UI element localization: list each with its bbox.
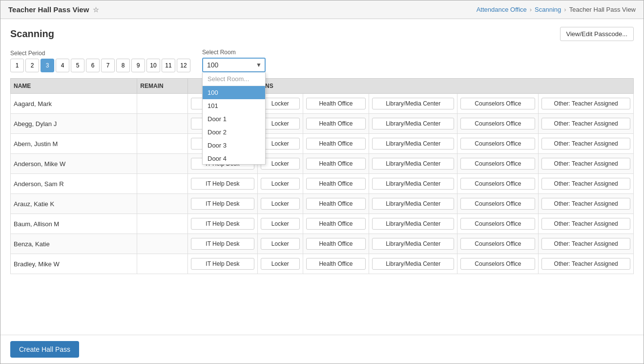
health-office-button[interactable]: Health Office [306, 158, 366, 170]
other-teacher-button[interactable]: Other: Teacher Assigned [541, 118, 630, 129]
library-media-button[interactable]: Library/Media Center [372, 158, 455, 170]
counselors-office-button[interactable]: Counselors Office [460, 198, 535, 210]
library-media-button[interactable]: Library/Media Center [372, 138, 455, 150]
table-row: Abern, Justin MIT Help DeskLockerHealth … [11, 134, 634, 154]
room-select-wrapper: 100 101 Door 1 Door 2 Door 3 Door 4 ▼ [202, 58, 266, 72]
health-office-cell: Health Office [303, 194, 369, 214]
period-btn-1[interactable]: 1 [10, 59, 24, 72]
library-media-button[interactable]: Library/Media Center [372, 258, 455, 270]
period-buttons: 1 2 3 4 5 6 7 8 9 10 11 12 [10, 59, 190, 72]
breadcrumb-item-attendance[interactable]: Attendance Office [477, 6, 527, 13]
health-office-button[interactable]: Health Office [306, 178, 366, 190]
other-teacher-button[interactable]: Other: Teacher Assigned [541, 158, 630, 170]
library-media-button[interactable]: Library/Media Center [372, 218, 455, 230]
period-btn-12[interactable]: 12 [177, 59, 190, 72]
period-btn-3[interactable]: 3 [41, 59, 54, 72]
breadcrumb-item-scanning[interactable]: Scanning [535, 6, 561, 13]
health-office-button[interactable]: Health Office [306, 118, 366, 129]
period-btn-5[interactable]: 5 [71, 59, 84, 72]
dropdown-item-door3[interactable]: Door 3 [203, 139, 265, 152]
other-teacher-button[interactable]: Other: Teacher Assigned [541, 98, 630, 109]
period-btn-6[interactable]: 6 [86, 59, 100, 72]
period-btn-8[interactable]: 8 [116, 59, 130, 72]
breadcrumb: Attendance Office › Scanning › Teacher H… [477, 6, 636, 13]
student-name: Abegg, Dylan J [11, 114, 137, 134]
library-media-cell: Library/Media Center [369, 94, 457, 114]
it-help-desk-button[interactable]: IT Help Desk [191, 258, 254, 270]
health-office-button[interactable]: Health Office [306, 218, 366, 230]
health-office-button[interactable]: Health Office [306, 238, 366, 250]
counselors-office-cell: Counselors Office [457, 134, 539, 154]
remain-cell [137, 114, 188, 134]
remain-cell [137, 254, 188, 274]
room-select[interactable]: 100 101 Door 1 Door 2 Door 3 Door 4 [202, 58, 266, 72]
other-teacher-button[interactable]: Other: Teacher Assigned [541, 238, 630, 250]
library-media-cell: Library/Media Center [369, 234, 457, 254]
it-help-desk-button[interactable]: IT Help Desk [191, 218, 254, 230]
library-media-button[interactable]: Library/Media Center [372, 238, 455, 250]
locker-button[interactable]: Locker [261, 118, 300, 129]
counselors-office-button[interactable]: Counselors Office [460, 158, 535, 170]
view-edit-passcode-button[interactable]: View/Edit Passcode... [560, 27, 634, 41]
table-row: Aagard, MarkIT Help DeskLockerHealth Off… [11, 94, 634, 114]
dropdown-item-door2[interactable]: Door 2 [203, 126, 265, 139]
period-btn-10[interactable]: 10 [146, 59, 160, 72]
period-btn-11[interactable]: 11 [162, 59, 175, 72]
locker-button[interactable]: Locker [261, 178, 300, 190]
col-header-remain: REMAIN [137, 79, 188, 94]
locker-button[interactable]: Locker [261, 158, 300, 170]
counselors-office-button[interactable]: Counselors Office [460, 258, 535, 270]
other-teacher-button[interactable]: Other: Teacher Assigned [541, 178, 630, 190]
other-teacher-cell: Other: Teacher Assigned [539, 194, 634, 214]
health-office-button[interactable]: Health Office [306, 98, 366, 109]
health-office-button[interactable]: Health Office [306, 198, 366, 210]
dropdown-item-100[interactable]: 100 [203, 86, 265, 99]
remain-cell [137, 94, 188, 114]
student-name: Bradley, Mike W [11, 254, 137, 274]
breadcrumb-sep-1: › [530, 6, 532, 13]
locker-button[interactable]: Locker [261, 98, 300, 109]
period-select-label: Select Period [10, 50, 190, 57]
health-office-cell: Health Office [303, 254, 369, 274]
dropdown-placeholder: Select Room... [203, 72, 265, 86]
counselors-office-button[interactable]: Counselors Office [460, 178, 535, 190]
dropdown-item-door4[interactable]: Door 4 [203, 152, 265, 164]
locker-button[interactable]: Locker [261, 198, 300, 210]
dropdown-item-101[interactable]: 101 [203, 99, 265, 112]
period-btn-7[interactable]: 7 [101, 59, 115, 72]
it-help-desk-button[interactable]: IT Help Desk [191, 178, 254, 190]
library-media-button[interactable]: Library/Media Center [372, 118, 455, 129]
other-teacher-button[interactable]: Other: Teacher Assigned [541, 138, 630, 150]
create-hall-pass-button[interactable]: Create Hall Pass [10, 341, 79, 358]
counselors-office-button[interactable]: Counselors Office [460, 118, 535, 129]
health-office-button[interactable]: Health Office [306, 138, 366, 150]
other-teacher-cell: Other: Teacher Assigned [539, 214, 634, 234]
period-btn-2[interactable]: 2 [25, 59, 39, 72]
other-teacher-button[interactable]: Other: Teacher Assigned [541, 258, 630, 270]
it-help-desk-button[interactable]: IT Help Desk [191, 198, 254, 210]
locker-button[interactable]: Locker [261, 218, 300, 230]
other-teacher-cell: Other: Teacher Assigned [539, 254, 634, 274]
dropdown-item-door1[interactable]: Door 1 [203, 112, 265, 126]
star-icon[interactable]: ☆ [93, 6, 99, 14]
counselors-office-button[interactable]: Counselors Office [460, 218, 535, 230]
period-btn-9[interactable]: 9 [131, 59, 145, 72]
other-teacher-button[interactable]: Other: Teacher Assigned [541, 218, 630, 230]
library-media-cell: Library/Media Center [369, 214, 457, 234]
it-help-desk-button[interactable]: IT Help Desk [191, 238, 254, 250]
locker-button[interactable]: Locker [261, 258, 300, 270]
locker-button[interactable]: Locker [261, 238, 300, 250]
remain-cell [137, 234, 188, 254]
other-teacher-button[interactable]: Other: Teacher Assigned [541, 198, 630, 210]
period-btn-4[interactable]: 4 [56, 59, 69, 72]
locker-button[interactable]: Locker [261, 138, 300, 150]
library-media-button[interactable]: Library/Media Center [372, 178, 455, 190]
health-office-button[interactable]: Health Office [306, 258, 366, 270]
counselors-office-button[interactable]: Counselors Office [460, 238, 535, 250]
library-media-button[interactable]: Library/Media Center [372, 198, 455, 210]
counselors-office-button[interactable]: Counselors Office [460, 98, 535, 109]
library-media-button[interactable]: Library/Media Center [372, 98, 455, 109]
health-office-cell: Health Office [303, 94, 369, 114]
counselors-office-cell: Counselors Office [457, 94, 539, 114]
counselors-office-button[interactable]: Counselors Office [460, 138, 535, 150]
